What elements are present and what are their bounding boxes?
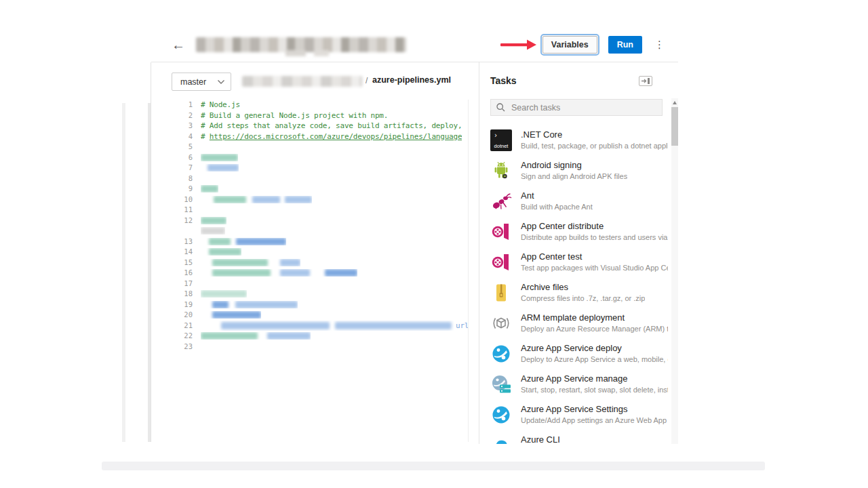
task-description: Deploy an Azure Resource Manager (ARM) t…: [521, 325, 668, 333]
code-line: 15: [151, 258, 468, 268]
back-button[interactable]: ←: [169, 38, 188, 52]
line-number: 13: [151, 237, 193, 247]
pipeline-editor-page: ← Variables Run ⋮ master / azure-pipelin…: [0, 0, 868, 488]
code-line: 10: [151, 195, 468, 205]
task-title: .NET Core: [521, 129, 668, 140]
kebab-menu-icon: ⋮: [654, 39, 665, 50]
code-line: 14: [151, 247, 468, 258]
collapse-panel-icon: [639, 76, 652, 86]
annotation-arrow-icon: [500, 39, 537, 50]
code-line: 19: [151, 300, 468, 310]
task-text: Archive filesCompress files into .7z, .t…: [521, 281, 645, 302]
yaml-editor[interactable]: 1# Node.js2# Build a general Node.js pro…: [151, 100, 468, 442]
task-item[interactable]: Android signingSign and align Android AP…: [490, 159, 668, 190]
task-item[interactable]: App Center distributeDistribute app buil…: [490, 220, 668, 251]
code-line: 18: [151, 289, 468, 300]
task-text: Azure App Service manageStart, stop, res…: [521, 373, 668, 394]
task-description: Build, test, package, or publish a dotne…: [521, 142, 668, 150]
line-content: [201, 185, 218, 192]
task-title: Azure App Service manage: [521, 373, 668, 384]
task-item[interactable]: ARM template deploymentDeploy an Azure R…: [490, 312, 668, 342]
line-content: # Add steps that analyze code, save buil…: [201, 121, 462, 131]
line-number: 14: [151, 247, 193, 258]
task-title: App Center test: [521, 251, 668, 262]
tasks-panel-title: Tasks: [490, 75, 517, 86]
archive-files-icon: [490, 282, 512, 304]
collapse-panel-button[interactable]: [638, 76, 653, 87]
line-number: 23: [151, 342, 193, 352]
task-text: App Center testTest app packages with Vi…: [521, 251, 668, 272]
line-number: 22: [151, 331, 193, 342]
horizontal-scrollbar[interactable]: [102, 462, 765, 470]
task-list: ›dotnet.NET CoreBuild, test, package, or…: [490, 127, 668, 444]
tasks-scrollbar-thumb[interactable]: [671, 107, 678, 146]
line-content: [201, 248, 241, 256]
task-title: Android signing: [521, 160, 627, 170]
task-item[interactable]: App Center testTest app packages with Vi…: [490, 251, 668, 281]
task-text: Azure App Service SettingsUpdate/Add App…: [521, 403, 668, 424]
task-text: App Center distributeDistribute app buil…: [521, 220, 668, 241]
code-line: 4# https://docs.microsoft.com/azure/devo…: [151, 131, 468, 142]
line-content: [201, 196, 312, 203]
task-text: Azure CLI: [521, 434, 560, 444]
code-line: 12: [151, 216, 468, 226]
line-number: 17: [151, 279, 193, 289]
redaction-block: [285, 50, 306, 56]
search-tasks-input[interactable]: [510, 102, 656, 113]
task-item[interactable]: ›dotnet.NET CoreBuild, test, package, or…: [490, 129, 668, 159]
chevron-down-icon: [217, 79, 225, 85]
task-description: Test app packages with Visual Studio App…: [521, 264, 668, 272]
task-title: Ant: [521, 190, 593, 201]
code-line: 3# Add steps that analyze code, save bui…: [151, 121, 468, 131]
line-number: 16: [151, 268, 193, 279]
line-content: url: [201, 321, 468, 331]
variables-button[interactable]: Variables: [542, 36, 597, 54]
azure-app-service-icon: [490, 343, 512, 365]
dotnet-icon: ›dotnet: [490, 129, 512, 151]
azure-app-service-manage-icon: [490, 373, 512, 395]
azure-app-service-icon: [490, 404, 512, 426]
task-title: Azure App Service deploy: [521, 343, 668, 353]
arm-template-icon: [490, 312, 512, 334]
line-number: 11: [151, 205, 193, 216]
line-number: 6: [151, 152, 193, 163]
task-item[interactable]: Azure App Service manageStart, stop, res…: [490, 373, 668, 403]
line-content: [201, 301, 298, 308]
run-button[interactable]: Run: [608, 36, 642, 54]
code-line: 2# Build a general Node.js project with …: [151, 110, 468, 121]
more-options-button[interactable]: ⋮: [652, 39, 667, 51]
line-number: 4: [151, 131, 193, 142]
code-line: 6: [151, 152, 468, 163]
task-title: App Center distribute: [521, 221, 668, 231]
code-line: 7: [151, 163, 468, 174]
task-search-box[interactable]: [490, 99, 663, 116]
branch-selector[interactable]: master: [172, 73, 231, 91]
line-number: 8: [151, 174, 193, 184]
code-line: 23: [151, 342, 468, 352]
tasks-scrollbar-track[interactable]: [671, 98, 678, 444]
line-number: 7: [151, 163, 193, 174]
line-content: # https://docs.microsoft.com/azure/devop…: [201, 131, 462, 142]
code-line: 16: [151, 268, 468, 279]
branch-name: master: [180, 77, 206, 87]
task-text: Azure App Service deployDeploy to Azure …: [521, 342, 668, 363]
line-content: [201, 269, 357, 277]
task-text: ARM template deploymentDeploy an Azure R…: [521, 312, 668, 333]
svg-text:dotnet: dotnet: [494, 143, 509, 149]
line-content: # Node.js: [201, 100, 240, 110]
repo-path-redacted: [242, 76, 362, 87]
task-item[interactable]: Azure App Service SettingsUpdate/Add App…: [490, 403, 668, 434]
redaction-block: [314, 50, 329, 56]
task-item[interactable]: AntBuild with Apache Ant: [490, 190, 668, 220]
line-number: 2: [151, 110, 193, 121]
task-item[interactable]: Azure App Service deployDeploy to Azure …: [490, 342, 668, 373]
scroll-up-arrow-icon: [673, 101, 677, 104]
code-line: 22: [151, 331, 468, 342]
task-item[interactable]: Azure CLI: [490, 434, 668, 444]
line-content: [201, 164, 239, 171]
pipeline-title-redacted: [196, 37, 406, 52]
task-description: Update/Add App settings an Azure Web App…: [521, 416, 668, 424]
ant-icon: [490, 190, 512, 212]
task-description: Sign and align Android APK files: [521, 172, 627, 180]
task-item[interactable]: Archive filesCompress files into .7z, .t…: [490, 281, 668, 312]
